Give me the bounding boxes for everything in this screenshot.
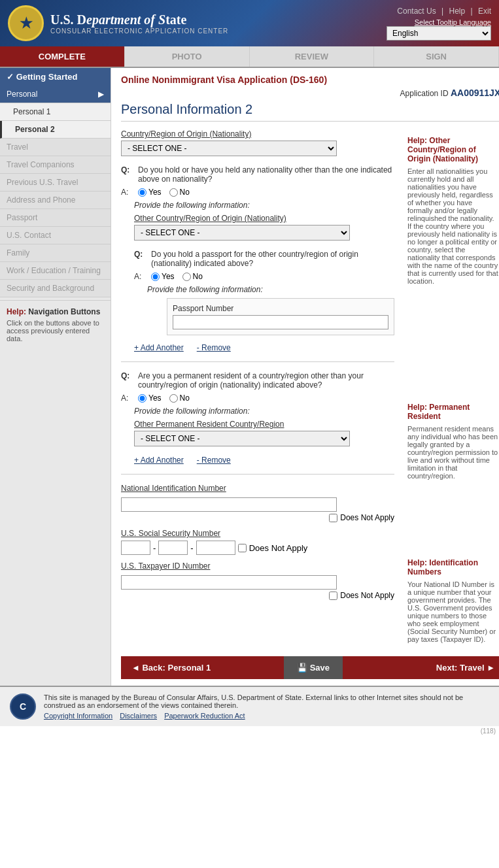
sidebar-item-work-edu[interactable]: Work / Education / Training (0, 262, 111, 280)
tab-complete[interactable]: COMPLETE (0, 46, 125, 67)
back-button[interactable]: ◄ Back: Personal 1 (121, 656, 284, 679)
sidebar-help: Help: Navigation Buttons Click on the bu… (0, 300, 111, 349)
national-id-dna-label: Does Not Apply (340, 513, 394, 522)
sidebar-item-personal1[interactable]: Personal 1 (0, 103, 111, 121)
q3-yes-radio[interactable] (138, 394, 146, 403)
q3-block: Q: Are you a permanent resident of a cou… (121, 371, 394, 465)
remove-link-1[interactable]: Remove (197, 343, 231, 352)
sidebar-item-passport[interactable]: Passport (0, 209, 111, 227)
save-icon: 💾 (297, 663, 307, 673)
provide-info-label: Provide the following information: (134, 201, 394, 210)
national-id-input[interactable] (121, 497, 337, 512)
other-nationality-label: Other Country/Region of Origin (National… (134, 214, 394, 223)
sidebar-item-personal2[interactable]: Personal 2 (0, 121, 111, 139)
language-select[interactable]: English (387, 26, 491, 41)
contact-us-link[interactable]: Contact Us (397, 7, 436, 16)
q2-yes-radio[interactable] (151, 273, 160, 281)
sidebar-help-subtitle: Navigation Buttons (28, 307, 100, 316)
tab-review[interactable]: REVIEW (250, 46, 375, 67)
add-another-link-1[interactable]: Add Another (134, 343, 184, 352)
ssn-part1[interactable] (121, 541, 150, 555)
help-perm-text: Permanent resident means any individual … (407, 425, 499, 480)
sidebar-item-travel-companions[interactable]: Travel Companions (0, 156, 111, 174)
q3-no-radio[interactable] (169, 394, 178, 403)
disclaimers-link[interactable]: Disclaimers (120, 712, 157, 720)
passport-number-block: Passport Number (167, 298, 394, 335)
arrow-icon: ▶ (98, 90, 104, 99)
q3-text: Are you a permanent resident of a countr… (138, 371, 394, 390)
divider-1 (121, 361, 394, 362)
footer-seal: C (10, 693, 36, 720)
passport-number-input[interactable] (173, 315, 388, 329)
q2-yes-label[interactable]: Yes (151, 272, 175, 281)
perm-resident-label: Other Permanent Resident Country/Region (134, 420, 394, 429)
q3-a-label: A: (121, 393, 133, 403)
q2-label: Q: (134, 250, 146, 268)
sidebar-item-security[interactable]: Security and Background (0, 280, 111, 297)
sidebar-item-personal[interactable]: Personal ▶ (0, 86, 111, 103)
remove-link-2[interactable]: Remove (197, 456, 231, 465)
ssn-label: U.S. Social Security Number (121, 529, 394, 538)
sidebar-personal-label: Personal (7, 90, 37, 99)
next-button[interactable]: Next: Travel ► (343, 656, 499, 679)
q1-no-radio[interactable] (169, 188, 178, 197)
q3-row: Q: Are you a permanent resident of a cou… (121, 371, 394, 390)
perm-resident-group: Other Permanent Resident Country/Region … (134, 420, 394, 446)
help-id-text: Your National ID Number is a unique numb… (407, 580, 499, 643)
sidebar-item-us-contact[interactable]: U.S. Contact (0, 227, 111, 244)
help-perm-resident: Help: Permanent Resident Permanent resid… (407, 403, 499, 480)
ssn-part2[interactable] (158, 541, 188, 555)
help-id-title: Help: (407, 558, 427, 567)
taxpayer-dna-checkbox[interactable] (329, 592, 337, 600)
national-id-label: National Identification Number (121, 484, 394, 493)
q2-provide-label: Provide the following information: (147, 285, 394, 294)
sidebar-item-family[interactable]: Family (0, 244, 111, 262)
nationality-select[interactable]: - SELECT ONE - (121, 141, 337, 156)
taxpayer-id-input[interactable] (121, 575, 337, 590)
ssn-part3[interactable] (196, 541, 235, 555)
q1-yes-radio[interactable] (138, 188, 146, 197)
perm-resident-select[interactable]: - SELECT ONE - (134, 431, 350, 446)
copyright-link[interactable]: Copyright Information (44, 712, 112, 720)
other-nationality-select[interactable]: - SELECT ONE - (134, 225, 350, 241)
q2-no-radio[interactable] (182, 273, 191, 281)
sidebar-item-travel[interactable]: Travel (0, 139, 111, 156)
help-identification: Help: Identification Numbers Your Nation… (407, 558, 499, 643)
language-section: Select Tooltip Language English (387, 18, 491, 41)
q2-no-label[interactable]: No (182, 272, 203, 281)
q1-yes-label[interactable]: Yes (138, 188, 162, 197)
ssn-section: U.S. Social Security Number - - Does Not… (121, 529, 394, 555)
national-id-dna-checkbox[interactable] (329, 514, 337, 522)
ssn-input-row: - - Does Not Apply (121, 541, 394, 555)
header: ★ U.S. Department of State CONSULAR ELEC… (0, 0, 499, 46)
help-link[interactable]: Help (449, 7, 465, 16)
add-remove-row-1: Add Another Remove (134, 343, 394, 352)
exit-link[interactable]: Exit (478, 7, 491, 16)
save-button[interactable]: 💾 Save (284, 656, 343, 679)
q3-no-label[interactable]: No (169, 393, 190, 403)
q2-a-label: A: (134, 272, 146, 281)
sidebar-item-prev-us-travel[interactable]: Previous U.S. Travel (0, 174, 111, 192)
ssn-dna-checkbox[interactable] (238, 544, 247, 552)
sidebar-section-getting-started[interactable]: ✓ Getting Started (0, 68, 111, 86)
add-another-link-2[interactable]: Add Another (134, 456, 184, 465)
help-panel: Help: Other Country/Region of Origin (Na… (401, 129, 499, 650)
q3-yes-label[interactable]: Yes (138, 393, 162, 403)
help-nationality-text: Enter all nationalities you currently ho… (407, 167, 499, 285)
app-id-value: AA00911JX9 (451, 88, 499, 98)
header-seal: ★ (8, 5, 44, 41)
paperwork-link[interactable]: Paperwork Reduction Act (164, 712, 245, 720)
taxpayer-dna-row: Does Not Apply (121, 591, 394, 600)
passport-number-label: Passport Number (173, 304, 388, 313)
q1-answer-row: A: Yes No (121, 188, 394, 197)
help-perm-title: Help: (407, 403, 427, 412)
form-area: Country/Region of Origin (Nationality) -… (121, 129, 394, 650)
tab-photo[interactable]: PHOTO (125, 46, 250, 67)
app-id-label: Application ID (400, 89, 449, 98)
q1-label: Q: (121, 165, 133, 184)
main-layout: ✓ Getting Started Personal ▶ Personal 1 … (0, 68, 499, 686)
tab-sign[interactable]: SIGN (374, 46, 499, 67)
add-remove-row-2: Add Another Remove (134, 456, 394, 465)
sidebar-item-address-phone[interactable]: Address and Phone (0, 192, 111, 209)
q1-no-label[interactable]: No (169, 188, 190, 197)
